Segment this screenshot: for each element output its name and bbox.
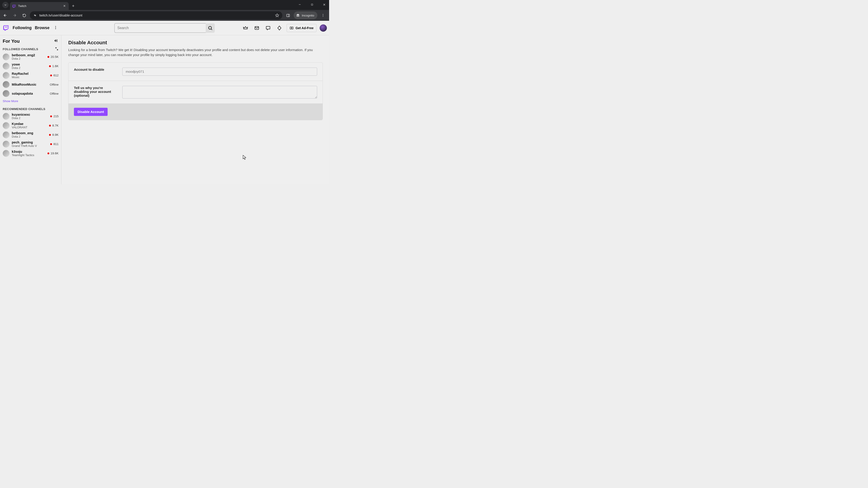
channel-row[interactable]: RayRachelMusic612 [0, 71, 61, 80]
sort-followed-button[interactable] [55, 47, 59, 51]
svg-point-18 [298, 15, 299, 17]
channel-game: Music [12, 75, 29, 79]
channel-game: VALORANT [12, 126, 27, 129]
channel-meta: kuyanicwxcDota 2 [12, 113, 30, 120]
live-dot-icon [49, 65, 51, 67]
channel-row[interactable]: pech_gamingGrand Theft Auto V811 [0, 139, 61, 149]
plus-icon [72, 4, 75, 7]
channel-meta: MikaRoseMusic [12, 83, 36, 86]
kebab-icon [321, 13, 325, 17]
browser-tab[interactable]: Twitch [10, 2, 69, 10]
window-maximize-button[interactable] [308, 1, 316, 8]
svg-point-25 [55, 26, 56, 27]
minimize-icon [298, 3, 301, 6]
incognito-indicator[interactable]: Incognito [293, 11, 317, 19]
channel-row[interactable]: kuyanicwxcDota 2215 [0, 111, 61, 121]
viewer-count: 1.6K [52, 64, 59, 68]
user-avatar[interactable] [320, 24, 327, 32]
inbox-button[interactable] [253, 24, 261, 32]
new-tab-button[interactable] [70, 3, 76, 9]
channel-avatar [3, 131, 9, 138]
bits-button[interactable] [275, 24, 283, 32]
browser-toolbar: twitch.tv/user/disable-account Incognito [0, 10, 329, 21]
channel-game: Grand Theft Auto V [12, 144, 37, 148]
reason-label: Tell us why you're disabling your accoun… [74, 86, 117, 98]
maximize-icon [311, 3, 313, 6]
channel-avatar [3, 81, 9, 88]
ad-free-label: Get Ad-Free [296, 26, 313, 30]
tab-search-button[interactable] [2, 2, 8, 8]
nav-more-button[interactable] [53, 24, 59, 32]
channel-status: 20.5K [48, 55, 59, 59]
bookmark-icon[interactable] [275, 13, 279, 18]
nav-following[interactable]: Following [13, 26, 32, 30]
site-settings-icon[interactable] [33, 13, 37, 18]
channel-row[interactable]: MikaRoseMusicOffline [0, 80, 61, 89]
whispers-button[interactable] [264, 24, 272, 32]
channel-status: Offline [50, 92, 59, 95]
nav-browse[interactable]: Browse [35, 26, 50, 30]
svg-rect-15 [287, 14, 289, 17]
channel-avatar [3, 113, 9, 120]
channel-meta: pech_gamingGrand Theft Auto V [12, 140, 37, 148]
svg-point-22 [323, 16, 323, 17]
window-minimize-button[interactable] [296, 1, 304, 8]
disable-submit-button[interactable]: Disable Account [74, 108, 107, 116]
chevron-down-icon [4, 3, 7, 6]
collapse-sidebar-button[interactable] [54, 38, 58, 44]
svg-point-20 [323, 14, 323, 14]
channel-name: MikaRoseMusic [12, 83, 36, 86]
prime-loot-button[interactable] [241, 24, 250, 32]
svg-line-29 [211, 29, 212, 30]
crown-icon [243, 26, 248, 31]
live-dot-icon [48, 56, 49, 58]
channel-row[interactable]: solapsapdotaOffline [0, 89, 61, 98]
live-dot-icon [50, 116, 52, 117]
incognito-icon [296, 13, 300, 18]
window-controls [296, 1, 328, 8]
channel-name: pech_gaming [12, 140, 37, 144]
channel-meta: solapsapdota [12, 92, 33, 95]
close-tab-button[interactable] [62, 3, 66, 9]
twitch-logo-icon [3, 25, 9, 31]
row-submit: Disable Account [68, 103, 322, 120]
close-icon [63, 4, 66, 7]
show-more-link[interactable]: Show More [0, 98, 61, 105]
side-panel-button[interactable] [284, 11, 292, 19]
channel-row[interactable]: KyedaeVALORANT8.7K [0, 121, 61, 130]
arrow-left-icon [3, 13, 7, 18]
twitch-logo[interactable] [2, 24, 9, 32]
svg-rect-24 [7, 26, 7, 28]
channel-status: Offline [50, 83, 59, 86]
nav-back-button[interactable] [1, 11, 9, 19]
svg-rect-7 [311, 4, 313, 5]
reload-button[interactable] [20, 11, 28, 19]
svg-point-17 [297, 15, 298, 17]
channel-game: Dota 2 [12, 57, 35, 60]
channel-row[interactable]: betboom_engDota 28.9K [0, 130, 61, 139]
channel-avatar [3, 72, 9, 79]
ad-free-icon [289, 26, 293, 30]
window-close-button[interactable] [320, 1, 328, 8]
svg-point-13 [35, 15, 36, 16]
channel-row[interactable]: yoweDota 21.6K [0, 61, 61, 71]
close-icon [323, 3, 326, 6]
search-input[interactable] [114, 23, 206, 33]
ad-free-button[interactable]: Get Ad-Free [287, 24, 316, 32]
for-you-heading: For You [3, 39, 20, 44]
channel-status: 1.6K [49, 64, 59, 68]
channel-row[interactable]: betboom_eng2Dota 220.5K [0, 52, 61, 61]
channel-status: 811 [50, 142, 59, 146]
address-bar[interactable]: twitch.tv/user/disable-account [30, 11, 282, 20]
offline-label: Offline [50, 92, 59, 95]
channel-game: Dota 2 [12, 135, 33, 138]
nav-forward-button[interactable] [11, 11, 19, 19]
url-text: twitch.tv/user/disable-account [39, 13, 273, 17]
collapse-icon [54, 38, 58, 43]
search-button[interactable] [206, 23, 215, 33]
channel-status: 612 [50, 74, 59, 77]
channel-row[interactable]: k3sojuTeamfight Tactics19.6K [0, 149, 61, 158]
reason-textarea[interactable] [122, 86, 317, 98]
svg-rect-1 [14, 5, 15, 6]
browser-menu-button[interactable] [319, 11, 327, 19]
